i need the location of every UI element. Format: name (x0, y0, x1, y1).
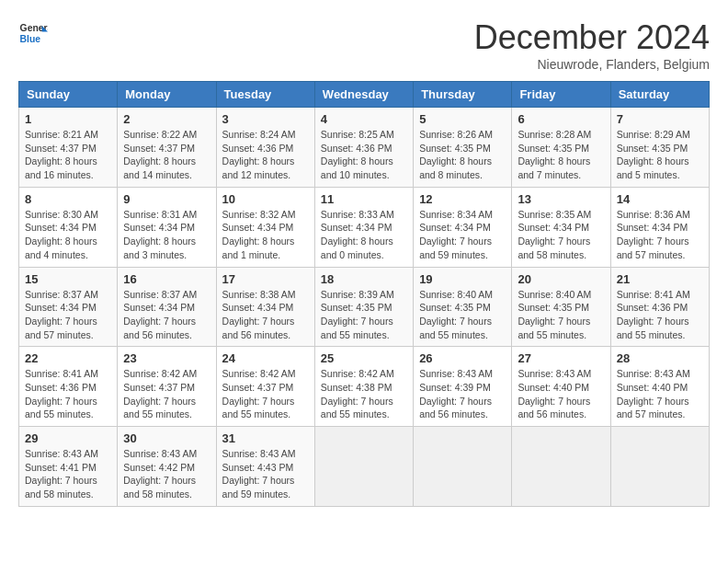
calendar-header-row: SundayMondayTuesdayWednesdayThursdayFrid… (19, 82, 710, 108)
day-info: Sunrise: 8:43 AMSunset: 4:40 PMDaylight:… (617, 367, 703, 421)
day-info: Sunrise: 8:43 AMSunset: 4:39 PMDaylight:… (419, 367, 506, 421)
calendar-cell: 22Sunrise: 8:41 AMSunset: 4:36 PMDayligh… (19, 347, 118, 427)
day-info: Sunrise: 8:43 AMSunset: 4:42 PMDaylight:… (123, 447, 210, 501)
day-info: Sunrise: 8:30 AMSunset: 4:34 PMDaylight:… (25, 208, 111, 262)
day-number: 19 (419, 272, 506, 286)
day-info: Sunrise: 8:40 AMSunset: 4:35 PMDaylight:… (518, 288, 604, 342)
day-number: 24 (222, 351, 309, 365)
calendar-cell: 5Sunrise: 8:26 AMSunset: 4:35 PMDaylight… (414, 108, 512, 188)
calendar-week-row: 29Sunrise: 8:43 AMSunset: 4:41 PMDayligh… (19, 427, 710, 507)
calendar-cell: 6Sunrise: 8:28 AMSunset: 4:35 PMDaylight… (512, 108, 610, 188)
day-number: 31 (222, 431, 309, 445)
calendar-cell: 23Sunrise: 8:42 AMSunset: 4:37 PMDayligh… (118, 347, 216, 427)
day-number: 26 (419, 351, 506, 365)
day-of-week-header-thursday: Thursday (414, 82, 512, 108)
day-number: 17 (222, 272, 309, 286)
day-number: 18 (321, 272, 407, 286)
day-info: Sunrise: 8:33 AMSunset: 4:34 PMDaylight:… (321, 208, 407, 262)
day-number: 21 (617, 272, 703, 286)
day-of-week-header-wednesday: Wednesday (314, 82, 413, 108)
day-of-week-header-tuesday: Tuesday (216, 82, 314, 108)
logo: General Blue (18, 18, 48, 48)
day-info: Sunrise: 8:24 AMSunset: 4:36 PMDaylight:… (222, 128, 309, 182)
day-number: 27 (518, 351, 604, 365)
day-number: 1 (25, 112, 111, 126)
calendar-cell: 12Sunrise: 8:34 AMSunset: 4:34 PMDayligh… (414, 187, 512, 267)
day-number: 28 (617, 351, 703, 365)
calendar-cell: 4Sunrise: 8:25 AMSunset: 4:36 PMDaylight… (314, 108, 413, 188)
calendar-cell: 11Sunrise: 8:33 AMSunset: 4:34 PMDayligh… (314, 187, 413, 267)
calendar-cell: 3Sunrise: 8:24 AMSunset: 4:36 PMDaylight… (216, 108, 314, 188)
calendar-cell (314, 427, 413, 507)
day-info: Sunrise: 8:34 AMSunset: 4:34 PMDaylight:… (419, 208, 506, 262)
calendar-cell: 16Sunrise: 8:37 AMSunset: 4:34 PMDayligh… (118, 267, 216, 347)
day-number: 20 (518, 272, 604, 286)
day-number: 11 (321, 192, 407, 206)
day-info: Sunrise: 8:41 AMSunset: 4:36 PMDaylight:… (25, 367, 111, 421)
svg-text:Blue: Blue (20, 34, 41, 44)
calendar-cell: 14Sunrise: 8:36 AMSunset: 4:34 PMDayligh… (610, 187, 709, 267)
day-info: Sunrise: 8:39 AMSunset: 4:35 PMDaylight:… (321, 288, 407, 342)
day-number: 25 (321, 351, 407, 365)
day-info: Sunrise: 8:26 AMSunset: 4:35 PMDaylight:… (419, 128, 506, 182)
calendar-cell: 10Sunrise: 8:32 AMSunset: 4:34 PMDayligh… (216, 187, 314, 267)
day-info: Sunrise: 8:22 AMSunset: 4:37 PMDaylight:… (123, 128, 210, 182)
day-info: Sunrise: 8:32 AMSunset: 4:34 PMDaylight:… (222, 208, 309, 262)
page-title: December 2024 (474, 18, 710, 57)
page-subtitle: Nieuwrode, Flanders, Belgium (474, 57, 710, 72)
calendar-cell: 17Sunrise: 8:38 AMSunset: 4:34 PMDayligh… (216, 267, 314, 347)
day-info: Sunrise: 8:31 AMSunset: 4:34 PMDaylight:… (123, 208, 210, 262)
day-number: 2 (123, 112, 210, 126)
calendar-cell: 8Sunrise: 8:30 AMSunset: 4:34 PMDaylight… (19, 187, 118, 267)
day-info: Sunrise: 8:42 AMSunset: 4:37 PMDaylight:… (123, 367, 210, 421)
day-number: 23 (123, 351, 210, 365)
calendar-cell: 30Sunrise: 8:43 AMSunset: 4:42 PMDayligh… (118, 427, 216, 507)
day-of-week-header-sunday: Sunday (19, 82, 118, 108)
day-of-week-header-monday: Monday (118, 82, 216, 108)
calendar-cell: 13Sunrise: 8:35 AMSunset: 4:34 PMDayligh… (512, 187, 610, 267)
title-block: December 2024 Nieuwrode, Flanders, Belgi… (474, 18, 710, 72)
day-number: 10 (222, 192, 309, 206)
calendar-cell: 18Sunrise: 8:39 AMSunset: 4:35 PMDayligh… (314, 267, 413, 347)
day-number: 9 (123, 192, 210, 206)
calendar-week-row: 8Sunrise: 8:30 AMSunset: 4:34 PMDaylight… (19, 187, 710, 267)
day-number: 12 (419, 192, 506, 206)
day-number: 3 (222, 112, 309, 126)
day-info: Sunrise: 8:43 AMSunset: 4:43 PMDaylight:… (222, 447, 309, 501)
day-info: Sunrise: 8:36 AMSunset: 4:34 PMDaylight:… (617, 208, 703, 262)
calendar-cell: 2Sunrise: 8:22 AMSunset: 4:37 PMDaylight… (118, 108, 216, 188)
calendar-cell: 19Sunrise: 8:40 AMSunset: 4:35 PMDayligh… (414, 267, 512, 347)
calendar-week-row: 22Sunrise: 8:41 AMSunset: 4:36 PMDayligh… (19, 347, 710, 427)
day-info: Sunrise: 8:42 AMSunset: 4:38 PMDaylight:… (321, 367, 407, 421)
day-info: Sunrise: 8:43 AMSunset: 4:41 PMDaylight:… (25, 447, 111, 501)
day-number: 5 (419, 112, 506, 126)
day-number: 8 (25, 192, 111, 206)
calendar-cell: 15Sunrise: 8:37 AMSunset: 4:34 PMDayligh… (19, 267, 118, 347)
day-number: 16 (123, 272, 210, 286)
calendar-cell: 1Sunrise: 8:21 AMSunset: 4:37 PMDaylight… (19, 108, 118, 188)
calendar-cell (414, 427, 512, 507)
day-info: Sunrise: 8:38 AMSunset: 4:34 PMDaylight:… (222, 288, 309, 342)
calendar-cell (610, 427, 709, 507)
day-info: Sunrise: 8:35 AMSunset: 4:34 PMDaylight:… (518, 208, 604, 262)
calendar-cell: 21Sunrise: 8:41 AMSunset: 4:36 PMDayligh… (610, 267, 709, 347)
day-info: Sunrise: 8:43 AMSunset: 4:40 PMDaylight:… (518, 367, 604, 421)
day-number: 29 (25, 431, 111, 445)
page-header: General Blue December 2024 Nieuwrode, Fl… (18, 18, 710, 72)
calendar-cell: 7Sunrise: 8:29 AMSunset: 4:35 PMDaylight… (610, 108, 709, 188)
day-info: Sunrise: 8:42 AMSunset: 4:37 PMDaylight:… (222, 367, 309, 421)
calendar-cell: 9Sunrise: 8:31 AMSunset: 4:34 PMDaylight… (118, 187, 216, 267)
day-number: 30 (123, 431, 210, 445)
day-number: 14 (617, 192, 703, 206)
day-info: Sunrise: 8:21 AMSunset: 4:37 PMDaylight:… (25, 128, 111, 182)
calendar-cell: 20Sunrise: 8:40 AMSunset: 4:35 PMDayligh… (512, 267, 610, 347)
calendar-cell: 27Sunrise: 8:43 AMSunset: 4:40 PMDayligh… (512, 347, 610, 427)
day-number: 7 (617, 112, 703, 126)
day-info: Sunrise: 8:37 AMSunset: 4:34 PMDaylight:… (123, 288, 210, 342)
day-number: 15 (25, 272, 111, 286)
day-number: 13 (518, 192, 604, 206)
calendar-week-row: 1Sunrise: 8:21 AMSunset: 4:37 PMDaylight… (19, 108, 710, 188)
day-info: Sunrise: 8:25 AMSunset: 4:36 PMDaylight:… (321, 128, 407, 182)
day-number: 22 (25, 351, 111, 365)
calendar-cell: 31Sunrise: 8:43 AMSunset: 4:43 PMDayligh… (216, 427, 314, 507)
